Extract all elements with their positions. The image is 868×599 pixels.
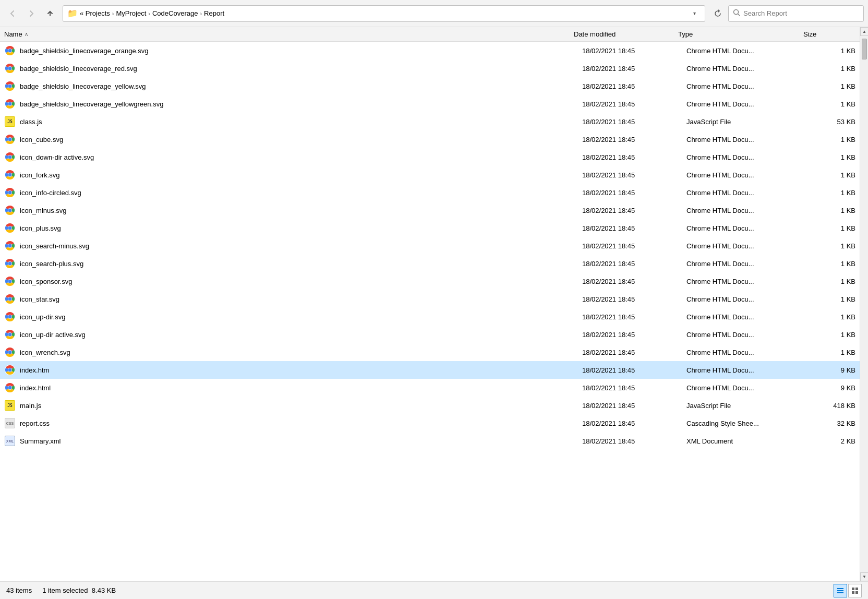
file-size: 1 KB bbox=[812, 65, 864, 73]
file-name-cell: badge_shieldsio_linecoverage_orange.svg bbox=[4, 45, 582, 56]
large-icons-view-button[interactable] bbox=[848, 584, 862, 597]
table-row[interactable]: JS main.js 18/02/2021 18:45 JavaScript F… bbox=[0, 397, 868, 414]
back-button[interactable] bbox=[4, 5, 21, 22]
table-row[interactable]: XML Summary.xml 18/02/2021 18:45 XML Doc… bbox=[0, 432, 868, 450]
col-header-type[interactable]: Type bbox=[678, 30, 803, 38]
file-name-cell: index.html bbox=[4, 382, 582, 393]
table-row[interactable]: icon_info-circled.svg 18/02/2021 18:45 C… bbox=[0, 184, 868, 201]
svg-point-58 bbox=[8, 386, 12, 390]
file-name: icon_minus.svg bbox=[20, 207, 67, 214]
col-header-date[interactable]: Date modified bbox=[574, 30, 678, 38]
file-size: 1 KB bbox=[812, 136, 864, 143]
file-name: badge_shieldsio_linecoverage_yellowgreen… bbox=[20, 100, 163, 108]
svg-point-22 bbox=[8, 173, 12, 177]
file-date: 18/02/2021 18:45 bbox=[582, 171, 686, 179]
file-date: 18/02/2021 18:45 bbox=[582, 278, 686, 285]
file-icon bbox=[4, 364, 16, 376]
item-count: 43 items bbox=[6, 586, 32, 594]
table-row[interactable]: badge_shieldsio_linecoverage_yellow.svg … bbox=[0, 77, 868, 95]
file-type: Chrome HTML Docu... bbox=[686, 242, 812, 250]
table-row[interactable]: icon_wrench.svg 18/02/2021 18:45 Chrome … bbox=[0, 343, 868, 361]
table-row[interactable]: badge_shieldsio_linecoverage_orange.svg … bbox=[0, 42, 868, 59]
table-row[interactable]: icon_minus.svg 18/02/2021 18:45 Chrome H… bbox=[0, 201, 868, 219]
table-row[interactable]: icon_sponsor.svg 18/02/2021 18:45 Chrome… bbox=[0, 272, 868, 290]
file-type: Chrome HTML Docu... bbox=[686, 278, 812, 285]
file-date: 18/02/2021 18:45 bbox=[582, 100, 686, 108]
svg-point-55 bbox=[8, 368, 12, 372]
sort-arrow: ∧ bbox=[25, 31, 28, 37]
folder-icon: 📁 bbox=[67, 8, 78, 18]
svg-rect-64 bbox=[852, 591, 854, 594]
svg-point-49 bbox=[8, 333, 12, 337]
table-row[interactable]: badge_shieldsio_linecoverage_red.svg 18/… bbox=[0, 59, 868, 77]
file-name: icon_search-plus.svg bbox=[20, 260, 83, 268]
file-name: badge_shieldsio_linecoverage_red.svg bbox=[20, 65, 137, 73]
table-row[interactable]: icon_star.svg 18/02/2021 18:45 Chrome HT… bbox=[0, 290, 868, 308]
css-file-icon: CSS bbox=[5, 418, 15, 428]
file-type: JavaScript File bbox=[686, 118, 812, 126]
file-size: 1 KB bbox=[812, 242, 864, 250]
svg-point-4 bbox=[8, 49, 12, 53]
svg-point-52 bbox=[8, 351, 12, 354]
file-size: 1 KB bbox=[812, 171, 864, 179]
table-row[interactable]: icon_plus.svg 18/02/2021 18:45 Chrome HT… bbox=[0, 219, 868, 237]
file-icon bbox=[4, 311, 16, 322]
address-dropdown-button[interactable]: ▾ bbox=[688, 7, 701, 20]
scroll-down-arrow[interactable]: ▼ bbox=[860, 572, 868, 581]
file-type: Chrome HTML Docu... bbox=[686, 153, 812, 161]
file-name-cell: CSS report.css bbox=[4, 417, 582, 429]
file-name-cell: icon_star.svg bbox=[4, 293, 582, 305]
table-row[interactable]: icon_down-dir active.svg 18/02/2021 18:4… bbox=[0, 148, 868, 166]
table-row[interactable]: CSS report.css 18/02/2021 18:45 Cascadin… bbox=[0, 414, 868, 432]
table-row[interactable]: index.html 18/02/2021 18:45 Chrome HTML … bbox=[0, 379, 868, 397]
scroll-up-arrow[interactable]: ▲ bbox=[860, 27, 868, 36]
table-row[interactable]: icon_fork.svg 18/02/2021 18:45 Chrome HT… bbox=[0, 166, 868, 184]
table-row[interactable]: icon_search-plus.svg 18/02/2021 18:45 Ch… bbox=[0, 255, 868, 272]
path-part-report[interactable]: Report bbox=[204, 9, 224, 17]
svg-rect-60 bbox=[837, 590, 843, 591]
scroll-thumb[interactable] bbox=[862, 39, 867, 59]
file-name-cell: icon_sponsor.svg bbox=[4, 275, 582, 287]
table-row[interactable]: index.htm 18/02/2021 18:45 Chrome HTML D… bbox=[0, 361, 868, 379]
file-icon bbox=[4, 240, 16, 251]
col-header-size[interactable]: Size bbox=[803, 30, 855, 38]
path-part-codecoverage[interactable]: CodeCoverage bbox=[152, 9, 198, 17]
up-button[interactable] bbox=[42, 5, 58, 22]
table-row[interactable]: icon_cube.svg 18/02/2021 18:45 Chrome HT… bbox=[0, 130, 868, 148]
file-icon bbox=[4, 222, 16, 234]
file-date: 18/02/2021 18:45 bbox=[582, 242, 686, 250]
table-row[interactable]: JS class.js 18/02/2021 18:45 JavaScript … bbox=[0, 113, 868, 130]
file-size: 2 KB bbox=[812, 437, 864, 445]
table-row[interactable]: badge_shieldsio_linecoverage_yellowgreen… bbox=[0, 95, 868, 113]
file-size: 53 KB bbox=[812, 118, 864, 126]
search-input[interactable] bbox=[743, 9, 859, 17]
file-type: Chrome HTML Docu... bbox=[686, 313, 812, 321]
file-date: 18/02/2021 18:45 bbox=[582, 260, 686, 268]
file-date: 18/02/2021 18:45 bbox=[582, 153, 686, 161]
address-bar[interactable]: 📁 « Projects › MyProject › CodeCoverage … bbox=[63, 5, 705, 22]
file-name: icon_fork.svg bbox=[20, 171, 60, 179]
table-row[interactable]: icon_up-dir active.svg 18/02/2021 18:45 … bbox=[0, 326, 868, 343]
file-type: XML Document bbox=[686, 437, 812, 445]
svg-point-43 bbox=[8, 297, 12, 301]
file-name: Summary.xml bbox=[20, 437, 61, 445]
table-row[interactable]: icon_search-minus.svg 18/02/2021 18:45 C… bbox=[0, 237, 868, 255]
file-type: JavaScript File bbox=[686, 402, 812, 410]
forward-button[interactable] bbox=[23, 5, 40, 22]
table-row[interactable]: icon_up-dir.svg 18/02/2021 18:45 Chrome … bbox=[0, 308, 868, 326]
refresh-button[interactable] bbox=[709, 5, 726, 22]
file-date: 18/02/2021 18:45 bbox=[582, 207, 686, 214]
details-view-button[interactable] bbox=[834, 584, 847, 597]
file-name: icon_search-minus.svg bbox=[20, 242, 89, 250]
file-size: 1 KB bbox=[812, 331, 864, 339]
file-name-cell: icon_cube.svg bbox=[4, 134, 582, 145]
path-part-projects[interactable]: « Projects bbox=[80, 9, 110, 17]
path-part-myproject[interactable]: MyProject bbox=[116, 9, 146, 17]
scroll-track[interactable] bbox=[860, 36, 868, 572]
file-icon bbox=[4, 169, 16, 181]
file-icon bbox=[4, 346, 16, 358]
svg-point-28 bbox=[8, 209, 12, 212]
col-header-name[interactable]: Name ∧ bbox=[4, 30, 574, 38]
file-icon bbox=[4, 382, 16, 393]
file-type: Chrome HTML Docu... bbox=[686, 65, 812, 73]
